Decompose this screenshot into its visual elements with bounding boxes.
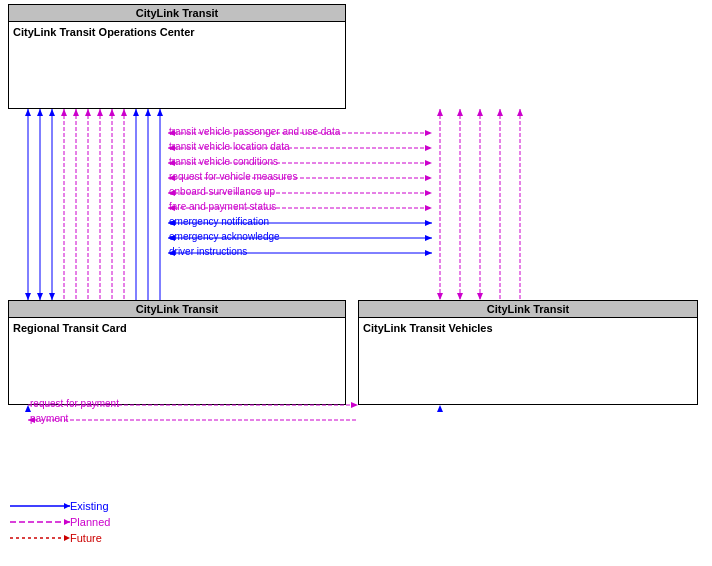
svg-marker-37 <box>437 293 443 300</box>
label-emergency-acknowledge: emergency acknowledge <box>169 231 280 242</box>
box-bottom-left-title: Regional Transit Card <box>13 322 127 334</box>
svg-marker-18 <box>37 109 43 116</box>
svg-marker-53 <box>425 190 432 196</box>
box-transit-vehicles: CityLink Transit CityLink Transit Vehicl… <box>358 300 698 405</box>
svg-marker-22 <box>85 109 91 116</box>
svg-marker-34 <box>25 293 31 300</box>
svg-marker-21 <box>73 109 79 116</box>
box-bottom-left-header: CityLink Transit <box>9 301 345 318</box>
svg-marker-50 <box>425 145 432 151</box>
svg-marker-39 <box>477 293 483 300</box>
label-emergency-notification: emergency notification <box>169 216 269 227</box>
svg-marker-35 <box>37 293 43 300</box>
legend-existing: Existing <box>10 500 110 512</box>
svg-marker-54 <box>425 205 432 211</box>
svg-marker-26 <box>133 109 139 116</box>
legend-planned-label: Planned <box>70 516 110 528</box>
svg-marker-23 <box>97 109 103 116</box>
svg-marker-20 <box>61 109 67 116</box>
label-request-vehicle: request for vehicle measures <box>169 171 297 182</box>
svg-marker-56 <box>425 235 432 241</box>
box-operations-center: CityLink Transit CityLink Transit Operat… <box>8 4 346 109</box>
legend-existing-label: Existing <box>70 500 109 512</box>
legend-future-line <box>10 535 70 541</box>
svg-marker-29 <box>437 109 443 116</box>
label-request-payment: request for payment <box>30 398 119 409</box>
svg-marker-38 <box>457 293 463 300</box>
box-bottom-right-header: CityLink Transit <box>359 301 697 318</box>
svg-marker-31 <box>477 109 483 116</box>
label-onboard-surveillance: onboard surveillance up <box>169 186 275 197</box>
svg-marker-33 <box>517 109 523 116</box>
box-top-title: CityLink Transit Operations Center <box>13 26 195 38</box>
legend-planned: Planned <box>10 516 110 528</box>
svg-marker-27 <box>145 109 151 116</box>
svg-marker-68 <box>351 402 358 408</box>
svg-marker-55 <box>425 220 432 226</box>
legend-future-label: Future <box>70 532 102 544</box>
box-top-header: CityLink Transit <box>9 5 345 22</box>
svg-marker-32 <box>497 109 503 116</box>
legend: Existing Planned Future <box>10 500 110 548</box>
svg-marker-49 <box>425 130 432 136</box>
legend-future: Future <box>10 532 110 544</box>
svg-marker-19 <box>49 109 55 116</box>
svg-marker-25 <box>121 109 127 116</box>
svg-marker-28 <box>157 109 163 116</box>
svg-marker-30 <box>457 109 463 116</box>
label-payment: payment <box>30 413 68 424</box>
svg-marker-51 <box>425 160 432 166</box>
label-driver-instructions: driver instructions <box>169 246 247 257</box>
svg-marker-52 <box>425 175 432 181</box>
label-transit-conditions: transit vehicle conditions <box>169 156 278 167</box>
legend-planned-line <box>10 519 70 525</box>
box-transit-card: CityLink Transit Regional Transit Card <box>8 300 346 405</box>
svg-marker-36 <box>49 293 55 300</box>
svg-marker-24 <box>109 109 115 116</box>
legend-existing-line <box>10 503 70 509</box>
label-transit-location: transit vehicle location data <box>169 141 290 152</box>
box-bottom-right-title: CityLink Transit Vehicles <box>363 322 493 334</box>
svg-marker-72 <box>437 405 443 412</box>
label-fare-payment: fare and payment status <box>169 201 276 212</box>
svg-marker-17 <box>25 109 31 116</box>
svg-marker-57 <box>425 250 432 256</box>
diagram-container: CityLink Transit CityLink Transit Operat… <box>0 0 712 566</box>
label-transit-passenger: transit vehicle passenger and use data <box>169 126 340 137</box>
